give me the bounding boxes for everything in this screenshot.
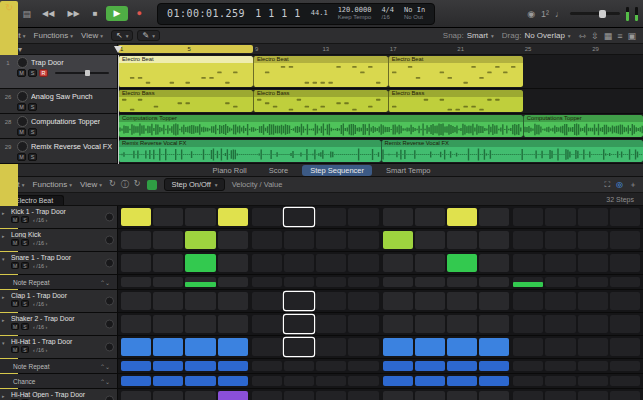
step-cell[interactable] (185, 361, 215, 371)
track-lane[interactable]: Electro BassElectro BassElectro Bass (118, 89, 643, 113)
step-cell[interactable] (545, 231, 575, 249)
seq-row-header[interactable]: ▸Kick 1 - Trap DoorMS‹ /16 › (0, 206, 118, 228)
step-cell[interactable] (383, 231, 413, 249)
step-cell[interactable] (153, 315, 183, 333)
lcd-display[interactable]: 01:00:01.2591 1 1 144.1120.0000Keep Temp… (157, 3, 435, 25)
record-button[interactable]: ● (131, 7, 146, 20)
step-cell[interactable] (447, 338, 477, 356)
row-solo-button[interactable]: S (21, 216, 29, 223)
disclosure-open-icon[interactable]: ▾ (2, 256, 5, 262)
step-cell[interactable] (153, 208, 183, 226)
row-mute-button[interactable]: M (11, 216, 19, 223)
step-cell[interactable] (252, 361, 282, 371)
disclosure-open-icon[interactable]: ▾ (2, 340, 5, 346)
zoom-h-icon[interactable]: ⇿ (579, 31, 587, 41)
step-cell[interactable] (578, 391, 608, 400)
seq-row-header[interactable]: Chance⌃⌄ (0, 374, 118, 388)
step-cell[interactable] (252, 376, 282, 386)
snap-menu[interactable]: Snap: Smart ▾ (443, 31, 494, 40)
step-cell[interactable] (218, 254, 248, 272)
step-cell[interactable] (185, 254, 215, 272)
step-cell[interactable] (316, 231, 346, 249)
step-cell[interactable] (578, 277, 608, 287)
region[interactable]: Remix Reverse Vocal FX (381, 140, 643, 162)
track-header-29[interactable]: 29Remix Reverse Vocal FXMS (0, 139, 118, 163)
step-cell[interactable] (479, 231, 509, 249)
mute-button[interactable]: M (17, 128, 26, 136)
menu-functions[interactable]: Functions▾ (34, 31, 73, 40)
tab-piano-roll[interactable]: Piano Roll (204, 165, 254, 176)
disclosure-closed-icon[interactable]: ▸ (2, 317, 5, 323)
step-cell[interactable] (513, 361, 543, 371)
step-cell[interactable] (218, 361, 248, 371)
mute-button[interactable]: M (17, 153, 26, 161)
live-record-button[interactable] (147, 180, 157, 190)
step-cell[interactable] (252, 231, 282, 249)
region[interactable]: Remix Reverse Vocal FX (118, 140, 381, 162)
step-cell[interactable] (348, 208, 378, 226)
step-cell[interactable] (479, 208, 509, 226)
track-lane[interactable]: Remix Reverse Vocal FXRemix Reverse Voca… (118, 139, 643, 163)
step-cell[interactable] (316, 315, 346, 333)
step-cell[interactable] (153, 376, 183, 386)
subrow-stepper[interactable]: ⌃⌄ (100, 279, 110, 286)
step-cell[interactable] (383, 315, 413, 333)
subrow-stepper[interactable]: ⌃⌄ (100, 363, 110, 370)
step-cell[interactable] (610, 208, 640, 226)
row-mute-button[interactable]: M (11, 346, 19, 353)
step-cell[interactable] (284, 338, 314, 356)
step-cell[interactable] (447, 391, 477, 400)
seq-row-header[interactable]: ▾Hi-Hat 1 - Trap DoorMS‹ /16 › (0, 336, 118, 358)
zoom-v-icon[interactable]: ⇳ (591, 31, 599, 41)
step-cell[interactable] (479, 338, 509, 356)
region[interactable]: Electro Beat (118, 56, 253, 87)
playhead-marker[interactable] (114, 46, 122, 53)
disclosure-closed-icon[interactable]: ▸ (2, 210, 5, 216)
cycle-icon[interactable]: ↻ (109, 179, 116, 190)
step-cell[interactable] (153, 277, 183, 287)
row-mute-button[interactable]: M (11, 323, 19, 330)
playhead-line[interactable] (118, 55, 119, 164)
step-cell[interactable] (610, 376, 640, 386)
mute-button[interactable]: M (17, 69, 26, 77)
step-cell[interactable] (316, 338, 346, 356)
row-division-value[interactable]: ‹ /16 › (33, 347, 47, 353)
step-cell[interactable] (415, 231, 445, 249)
pencil-tool[interactable]: ✎▾ (137, 30, 159, 41)
step-cell[interactable] (447, 277, 477, 287)
step-cell[interactable] (121, 292, 151, 310)
step-cell[interactable] (610, 277, 640, 287)
step-cell[interactable] (284, 376, 314, 386)
step-cell[interactable] (545, 361, 575, 371)
step-cell[interactable] (513, 277, 543, 287)
region[interactable]: Computations Topper (118, 115, 523, 137)
record-enable-button[interactable]: R (39, 69, 48, 77)
plus-icon[interactable]: ＋ (629, 179, 637, 190)
step-cell[interactable] (545, 254, 575, 272)
step-cell[interactable] (447, 208, 477, 226)
seq-row-header[interactable]: ▸Shaker 2 - Trap DoorMS‹ /16 › (0, 313, 118, 335)
step-cell[interactable] (578, 315, 608, 333)
step-cell[interactable] (578, 292, 608, 310)
region[interactable]: Electro Bass (253, 90, 388, 112)
step-cell[interactable] (479, 277, 509, 287)
row-solo-button[interactable]: S (21, 262, 29, 269)
step-cell[interactable] (121, 315, 151, 333)
mute-button[interactable]: M (17, 103, 26, 111)
step-cell[interactable] (252, 254, 282, 272)
step-cell[interactable] (185, 231, 215, 249)
track-lane[interactable]: Computations TopperComputations Topper (118, 114, 643, 138)
step-cell[interactable] (610, 338, 640, 356)
step-cell[interactable] (383, 338, 413, 356)
subrow-stepper[interactable]: ⌃⌄ (100, 378, 110, 385)
step-cell[interactable] (415, 315, 445, 333)
row-mute-button[interactable]: M (11, 239, 19, 246)
step-cell[interactable] (479, 361, 509, 371)
menu-view[interactable]: View▾ (81, 31, 103, 40)
step-cell[interactable] (316, 376, 346, 386)
row-solo-button[interactable]: S (21, 239, 29, 246)
step-cell[interactable] (545, 292, 575, 310)
row-division-value[interactable]: ‹ /16 › (33, 240, 47, 246)
step-cell[interactable] (415, 277, 445, 287)
volume-fader[interactable] (55, 72, 109, 74)
